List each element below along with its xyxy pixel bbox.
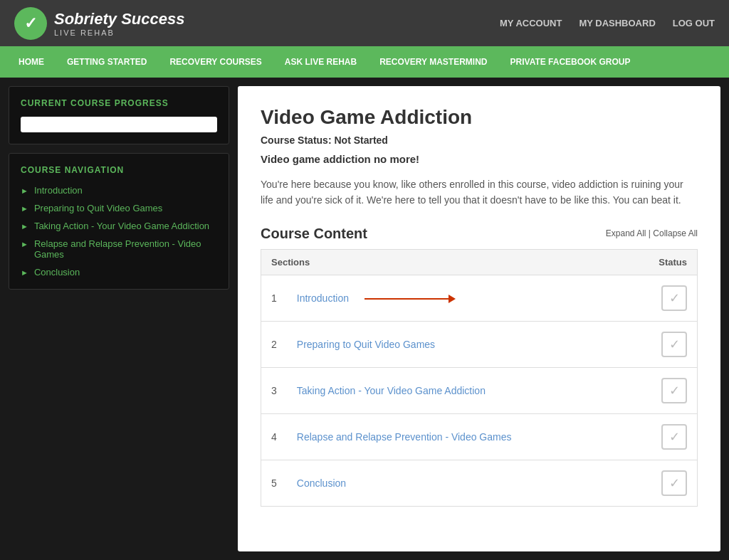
nav-recovery-courses[interactable]: RECOVERY COURSES	[158, 46, 273, 78]
nav-home[interactable]: HOME	[7, 46, 56, 78]
section-label: Introduction	[297, 292, 349, 304]
check-icon[interactable]: ✓	[661, 285, 687, 311]
course-nav-title: COURSE NAVIGATION	[21, 165, 217, 175]
course-description: You're here because you know, like other…	[261, 176, 698, 208]
course-nav-list: ► Introduction ► Preparing to Quit Video…	[21, 185, 217, 278]
check-icon[interactable]: ✓	[661, 332, 687, 357]
row-number: 1	[261, 275, 287, 321]
row-number: 3	[261, 367, 287, 413]
nav-item-label: Introduction	[34, 185, 83, 196]
table-row: 4 Relapse and Relapse Prevention - Video…	[261, 413, 698, 460]
nav-item-label: Relapse and Relapse Prevention - Video G…	[34, 238, 217, 260]
section-label: Preparing to Quit Video Games	[297, 339, 435, 350]
row-number: 4	[261, 413, 287, 460]
check-cell: ✓	[649, 321, 697, 367]
main-navbar: HOME GETTING STARTED RECOVERY COURSES AS…	[0, 46, 729, 78]
row-section: Taking Action - Your Video Game Addictio…	[287, 367, 649, 413]
arrow-head	[449, 295, 456, 303]
my-account-link[interactable]: MY ACCOUNT	[500, 18, 562, 28]
nav-arrow-icon: ►	[21, 186, 28, 195]
check-icon[interactable]: ✓	[661, 378, 687, 403]
section-link-introduction[interactable]: Introduction	[297, 292, 639, 304]
log-out-link[interactable]: LOG OUT	[673, 18, 715, 28]
nav-item-relapse[interactable]: ► Relapse and Relapse Prevention - Video…	[21, 238, 217, 260]
logo-icon: ✓	[14, 7, 47, 40]
nav-item-taking-action[interactable]: ► Taking Action - Your Video Game Addict…	[21, 221, 217, 231]
progress-title: CURRENT COURSE PROGRESS	[21, 98, 217, 108]
col-status: Status	[649, 249, 697, 275]
section-label: Conclusion	[297, 477, 346, 489]
nav-item-preparing[interactable]: ► Preparing to Quit Video Games	[21, 203, 217, 213]
check-icon[interactable]: ✓	[661, 470, 687, 496]
red-arrow	[356, 292, 456, 304]
status-label: Course Status:	[261, 134, 332, 146]
course-status: Course Status: Not Started	[261, 134, 698, 146]
arrow-line	[364, 298, 450, 300]
nav-arrow-icon: ►	[21, 222, 28, 231]
status-value: Not Started	[334, 134, 387, 146]
nav-item-label: Taking Action - Your Video Game Addictio…	[34, 221, 209, 231]
brand-tagline: LIVE REHAB	[54, 28, 184, 37]
row-section: Preparing to Quit Video Games	[287, 321, 649, 367]
row-number: 2	[261, 321, 287, 367]
nav-private-facebook-group[interactable]: PRIVATE FACEBOOK GROUP	[499, 46, 642, 78]
section-link-taking-action[interactable]: Taking Action - Your Video Game Addictio…	[297, 385, 639, 396]
table-row: 1 Introduction ✓	[261, 275, 698, 321]
check-cell: ✓	[649, 460, 697, 506]
expand-all-link[interactable]: Expand All	[606, 228, 646, 238]
brand-name: Sobriety Success	[54, 10, 184, 28]
row-section: Introduction	[287, 275, 649, 321]
expand-collapse-controls: Expand All | Collapse All	[606, 228, 698, 238]
logo-text: Sobriety Success LIVE REHAB	[54, 10, 184, 37]
course-content-header: Course Content Expand All | Collapse All	[261, 226, 698, 242]
nav-ask-live-rehab[interactable]: ASK LIVE REHAB	[273, 46, 368, 78]
nav-recovery-mastermind[interactable]: RECOVERY MASTERMIND	[368, 46, 498, 78]
section-link-preparing[interactable]: Preparing to Quit Video Games	[297, 339, 639, 350]
section-link-relapse[interactable]: Relapse and Relapse Prevention - Video G…	[297, 431, 639, 443]
section-label: Relapse and Relapse Prevention - Video G…	[297, 431, 512, 443]
nav-item-label: Conclusion	[34, 267, 80, 278]
main-layout: CURRENT COURSE PROGRESS COURSE NAVIGATIO…	[0, 78, 729, 560]
check-cell: ✓	[649, 413, 697, 460]
nav-item-label: Preparing to Quit Video Games	[34, 203, 162, 213]
nav-item-introduction[interactable]: ► Introduction	[21, 185, 217, 196]
nav-arrow-icon: ►	[21, 204, 28, 213]
header-nav: MY ACCOUNT MY DASHBOARD LOG OUT	[500, 18, 715, 28]
nav-arrow-icon: ►	[21, 268, 28, 277]
progress-box: CURRENT COURSE PROGRESS	[9, 86, 229, 144]
nav-getting-started[interactable]: GETTING STARTED	[56, 46, 158, 78]
course-nav-box: COURSE NAVIGATION ► Introduction ► Prepa…	[9, 153, 229, 290]
sidebar: CURRENT COURSE PROGRESS COURSE NAVIGATIO…	[9, 86, 229, 551]
course-tagline: Video game addiction no more!	[261, 153, 698, 165]
check-cell: ✓	[649, 275, 697, 321]
section-link-conclusion[interactable]: Conclusion	[297, 477, 639, 489]
table-row: 5 Conclusion ✓	[261, 460, 698, 506]
table-row: 2 Preparing to Quit Video Games ✓	[261, 321, 698, 367]
course-content-title: Course Content	[261, 226, 367, 242]
progress-bar-background	[21, 117, 217, 132]
nav-item-conclusion[interactable]: ► Conclusion	[21, 267, 217, 278]
course-title: Video Game Addiction	[261, 106, 698, 129]
check-cell: ✓	[649, 367, 697, 413]
course-content-table: Sections Status 1 Introduction	[261, 249, 698, 507]
nav-arrow-icon: ►	[21, 240, 28, 248]
content-area: Video Game Addiction Course Status: Not …	[238, 86, 720, 551]
row-section: Conclusion	[287, 460, 649, 506]
logo-area: ✓ Sobriety Success LIVE REHAB	[14, 7, 184, 40]
check-icon[interactable]: ✓	[661, 424, 687, 450]
row-section: Relapse and Relapse Prevention - Video G…	[287, 413, 649, 460]
collapse-all-link[interactable]: Collapse All	[653, 228, 698, 238]
row-number: 5	[261, 460, 287, 506]
site-header: ✓ Sobriety Success LIVE REHAB MY ACCOUNT…	[0, 0, 729, 46]
section-label: Taking Action - Your Video Game Addictio…	[297, 385, 486, 396]
my-dashboard-link[interactable]: MY DASHBOARD	[579, 18, 655, 28]
table-row: 3 Taking Action - Your Video Game Addict…	[261, 367, 698, 413]
col-sections: Sections	[261, 249, 649, 275]
